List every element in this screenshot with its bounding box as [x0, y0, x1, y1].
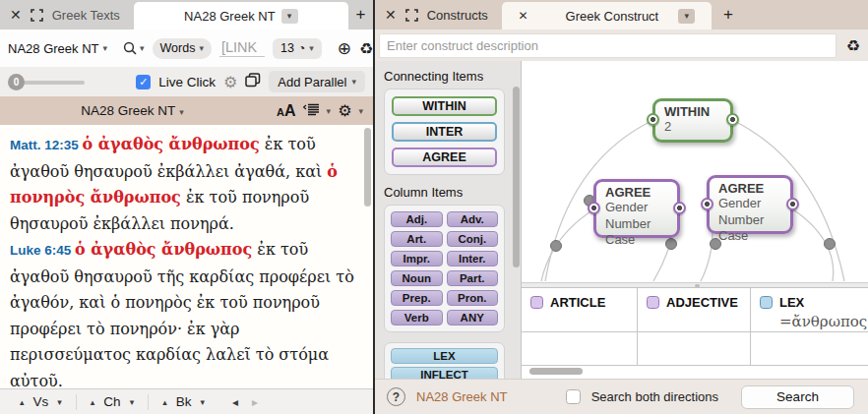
nav-group-ch: ▴Ch▾ — [76, 394, 148, 410]
hit-count-control[interactable]: 13 ◔ ▾ — [273, 38, 322, 59]
search-module-label[interactable]: NA28 Greek NT — [416, 389, 507, 404]
tab-dropdown-icon[interactable]: ▾ — [281, 9, 298, 24]
column-item-pron[interactable]: Pron. — [447, 290, 499, 306]
connecting-item-agree[interactable]: AGREE — [392, 148, 497, 167]
search-entry-field[interactable]: [LINK — [219, 39, 265, 57]
text-module-select[interactable]: NA28 Greek NT ▾ — [8, 41, 107, 56]
nav-up-icon[interactable]: ▴ — [20, 397, 25, 407]
column-item-impr[interactable]: Impr. — [391, 251, 443, 266]
modifier-item-inflect[interactable]: INFLECT — [391, 367, 498, 379]
text-scrollbar[interactable] — [364, 128, 371, 207]
chevron-down-icon: ▾ — [351, 77, 356, 87]
close-pane-icon[interactable]: ✕ — [10, 8, 22, 22]
agree-node[interactable]: AGREE Gender Number Case — [707, 175, 793, 234]
paragraph-format-icon[interactable] — [303, 102, 320, 120]
pane-divider[interactable] — [373, 0, 375, 414]
nav-up-icon[interactable]: ▴ — [91, 397, 95, 407]
nav-label: Vs — [33, 394, 49, 409]
add-search-icon[interactable]: ⊕ — [338, 38, 351, 59]
construct-column-article[interactable]: ARTICLE — [522, 288, 638, 332]
font-size-control[interactable]: AA — [277, 102, 296, 120]
modifier-item-lex[interactable]: LEX — [391, 348, 498, 364]
amplify-icon[interactable]: ♻ — [359, 39, 373, 58]
context-slider[interactable]: 0 — [8, 74, 85, 90]
connector-knob[interactable] — [701, 198, 713, 210]
connecting-item-inter[interactable]: INTER — [392, 122, 497, 142]
column-item-conj[interactable]: Conj. — [447, 231, 499, 247]
connector-knob[interactable] — [726, 113, 739, 126]
expand-pane-icon[interactable] — [31, 9, 43, 22]
nav-down-icon[interactable]: ▾ — [130, 397, 135, 407]
column-item-any[interactable]: ANY — [447, 310, 499, 325]
connector-knob[interactable] — [588, 202, 600, 214]
chevron-down-icon: ▾ — [199, 43, 204, 53]
construct-column-adjective[interactable]: ADJECTIVE — [638, 288, 751, 332]
column-item-icon — [647, 296, 659, 309]
search-toolbar: NA28 Greek NT ▾ ▾ Words ▾ [LINK 13 ◔ ▾ ⊕… — [0, 30, 373, 67]
history-forward-icon[interactable]: ▸ — [252, 395, 258, 409]
column-item-prep[interactable]: Prep. — [391, 290, 443, 306]
nav-down-icon[interactable]: ▾ — [200, 397, 205, 407]
column-item-verb[interactable]: Verb — [391, 310, 443, 325]
column-item-inter[interactable]: Inter. — [447, 251, 499, 266]
tab-na28-greek-nt[interactable]: NA28 Greek NT ▾ — [134, 2, 348, 30]
slider-track[interactable] — [16, 81, 85, 85]
expand-pane-icon[interactable] — [405, 9, 418, 22]
construct-column-empty-slot[interactable] — [751, 332, 868, 366]
live-click-checkbox[interactable]: ✓ — [136, 75, 151, 89]
column-item-adj[interactable]: Adj. — [391, 211, 443, 227]
add-parallel-button[interactable]: Add Parallel ▾ — [269, 71, 365, 92]
chevron-down-icon: ▾ — [309, 43, 314, 53]
live-click-gear-icon[interactable]: ⚙ — [223, 73, 237, 91]
tab-dropdown-icon[interactable]: ▾ — [678, 9, 695, 24]
column-item-label: ADJECTIVE — [666, 295, 738, 310]
duplicate-pane-icon[interactable] — [245, 73, 261, 91]
connector-knob[interactable] — [647, 113, 659, 126]
column-item-part[interactable]: Part. — [447, 270, 499, 286]
search-both-directions-checkbox[interactable] — [566, 389, 581, 404]
nav-up-icon[interactable]: ▴ — [162, 397, 167, 407]
hit-count: 13 — [280, 41, 294, 55]
within-node[interactable]: WITHIN 2 — [652, 98, 733, 143]
add-tab-button[interactable]: + — [348, 0, 373, 30]
construct-column-lex[interactable]: LEX=ἄνθρωπος — [751, 288, 868, 332]
help-button[interactable]: ? — [387, 387, 405, 406]
agree-node[interactable]: AGREE Gender Number Case — [593, 179, 680, 238]
nav-down-icon[interactable]: ▾ — [57, 397, 62, 407]
live-click-label: Live Click — [158, 75, 216, 89]
connector-knob[interactable] — [786, 198, 799, 210]
search-icon — [123, 41, 138, 56]
add-tab-button[interactable]: + — [712, 0, 745, 30]
verse-ref[interactable]: Luke 6:45 — [10, 243, 75, 258]
close-pane-icon[interactable]: ✕ — [385, 8, 397, 22]
column-item-art[interactable]: Art. — [391, 231, 443, 247]
search-mode-select[interactable]: ▾ — [123, 41, 145, 56]
tab-greek-construct[interactable]: ✕ Greek Construct ▾ — [502, 2, 712, 30]
close-tab-icon[interactable]: ✕ — [519, 9, 528, 23]
palette-scrollbar[interactable] — [513, 87, 520, 267]
accordance-workspace: ✕ Greek Texts NA28 Greek NT ▾ + NA28 Gre… — [0, 0, 868, 414]
text-settings-gear-icon[interactable]: ⚙ — [338, 101, 351, 120]
verse-text-area[interactable]: Matt. 12:35 ὁ ἀγαθὸς ἄνθρωπος ἐκ τοῦ ἀγα… — [0, 125, 373, 388]
table-horizontal-scrollbar[interactable] — [529, 368, 583, 375]
construct-column-empty-slot[interactable] — [522, 332, 638, 366]
construct-description-input[interactable] — [379, 33, 837, 58]
construct-footer: ? NA28 Greek NT Search both directions S… — [375, 379, 868, 414]
slider-thumb[interactable]: 0 — [8, 74, 25, 90]
construct-column-empty-slot[interactable] — [638, 332, 751, 366]
history-back-icon[interactable]: ◂ — [232, 395, 238, 409]
construct-canvas[interactable]: WITHIN 2 AGREE Gender Number Case AGREE … — [522, 61, 868, 379]
search-button[interactable]: Search — [741, 385, 854, 409]
chevron-down-icon[interactable]: ▾ — [358, 106, 363, 116]
amplify-icon[interactable]: ♻ — [846, 36, 860, 55]
connecting-item-within[interactable]: WITHIN — [392, 96, 497, 116]
column-item-noun[interactable]: Noun — [391, 270, 443, 286]
chevron-down-icon[interactable]: ▾ — [327, 106, 332, 116]
connector-knob[interactable] — [673, 202, 686, 214]
text-pane-title[interactable]: NA28 Greek NT▾ — [0, 103, 265, 118]
verse-text: Matt. 12:35 ὁ ἀγαθὸς ἄνθρωπος ἐκ τοῦ ἀγα… — [10, 132, 359, 388]
item-palette: Connecting Items WITHININTERAGREE Column… — [375, 61, 522, 379]
search-scope-select[interactable]: Words ▾ — [153, 38, 212, 59]
verse-ref[interactable]: Matt. 12:35 — [10, 138, 83, 152]
column-item-adv[interactable]: Adv. — [447, 211, 499, 227]
